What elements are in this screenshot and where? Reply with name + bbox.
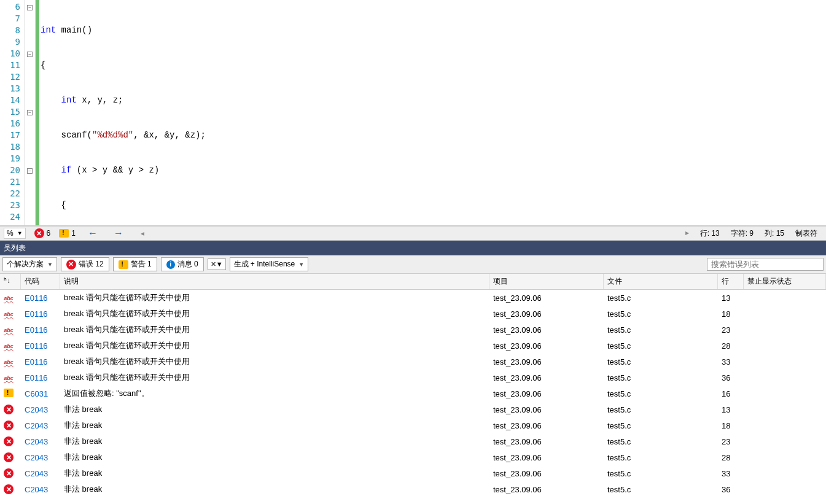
error-file: test5.c xyxy=(604,341,718,351)
intellisense-icon: abc xyxy=(4,373,14,383)
error-description: break 语句只能在循环或开关中使用 xyxy=(60,308,489,319)
status-errors[interactable]: ✕6 xyxy=(34,228,51,238)
error-row[interactable]: abcE0116break 语句只能在循环或开关中使用test_23.09.06… xyxy=(0,370,826,386)
nav-next-button[interactable]: → xyxy=(110,228,127,239)
warnings-filter-button[interactable]: 警告 1 xyxy=(113,257,157,271)
intellisense-icon: abc xyxy=(4,325,14,335)
status-warnings[interactable]: 1 xyxy=(59,229,76,238)
errors-filter-button[interactable]: ✕错误 12 xyxy=(61,257,109,271)
error-line: 13 xyxy=(718,405,744,414)
error-list[interactable]: abcE0116break 语句只能在循环或开关中使用test_23.09.06… xyxy=(0,290,826,504)
warning-icon xyxy=(119,260,128,269)
cursor-char: 字符: 9 xyxy=(731,228,754,239)
error-line: 36 xyxy=(718,485,744,494)
error-file: test5.c xyxy=(604,485,718,494)
error-row[interactable]: abcE0116break 语句只能在循环或开关中使用test_23.09.06… xyxy=(0,338,826,354)
error-icon: ✕ xyxy=(4,484,14,494)
zoom-dropdown[interactable]: %▼ xyxy=(4,228,26,239)
intellisense-icon: abc xyxy=(4,309,14,319)
col-icon[interactable]: ʰ↓ xyxy=(0,274,21,289)
solution-scope-dropdown[interactable]: 个解决方案▼ xyxy=(2,257,57,271)
error-icon: ✕ xyxy=(4,436,14,446)
error-code[interactable]: C2043 xyxy=(21,437,60,446)
error-code[interactable]: C2043 xyxy=(21,469,60,478)
error-line: 23 xyxy=(718,325,744,335)
error-row[interactable]: abcE0116break 语句只能在循环或开关中使用test_23.09.06… xyxy=(0,306,826,322)
code-area[interactable]: int main() { int x, y, z; scanf("%d%d%d"… xyxy=(39,0,826,225)
error-project: test_23.09.06 xyxy=(489,293,604,303)
error-row[interactable]: ✕C2043非法 breaktest_23.09.06test5.c18 xyxy=(0,417,826,433)
error-file: test5.c xyxy=(604,325,718,335)
error-project: test_23.09.06 xyxy=(489,341,604,351)
error-code[interactable]: C2043 xyxy=(21,421,60,430)
error-project: test_23.09.06 xyxy=(489,437,604,446)
error-code[interactable]: E0116 xyxy=(21,357,60,366)
error-file: test5.c xyxy=(604,309,718,319)
error-description: 非法 break xyxy=(60,452,489,463)
error-search-input[interactable] xyxy=(707,258,824,271)
error-row[interactable]: abcE0116break 语句只能在循环或开关中使用test_23.09.06… xyxy=(0,322,826,338)
info-icon: i xyxy=(166,260,175,269)
intellisense-icon: abc xyxy=(4,357,14,367)
error-description: 非法 break xyxy=(60,404,489,415)
error-row[interactable]: ✕C2043非法 breaktest_23.09.06test5.c33 xyxy=(0,465,826,481)
col-description[interactable]: 说明 xyxy=(60,274,489,289)
error-line: 33 xyxy=(718,469,744,478)
col-suppress-state[interactable]: 禁止显示状态 xyxy=(744,274,826,289)
warning-icon xyxy=(4,389,14,397)
error-code[interactable]: C2043 xyxy=(21,453,60,462)
error-icon: ✕ xyxy=(66,260,76,269)
error-line: 36 xyxy=(718,373,744,382)
error-code[interactable]: E0116 xyxy=(21,309,60,319)
error-row[interactable]: ✕C2043非法 breaktest_23.09.06test5.c13 xyxy=(0,401,826,417)
error-project: test_23.09.06 xyxy=(489,469,604,478)
error-code[interactable]: C2043 xyxy=(21,405,60,414)
error-project: test_23.09.06 xyxy=(489,389,604,398)
error-code[interactable]: E0116 xyxy=(21,325,60,335)
fold-gutter[interactable]: −−−− xyxy=(25,0,36,225)
error-row[interactable]: C6031返回值被忽略: "scanf"。test_23.09.06test5.… xyxy=(0,386,826,401)
error-description: break 语句只能在循环或开关中使用 xyxy=(60,372,489,383)
error-row[interactable]: abcE0116break 语句只能在循环或开关中使用test_23.09.06… xyxy=(0,354,826,370)
col-line[interactable]: 行 xyxy=(718,274,744,289)
build-intellisense-dropdown[interactable]: 生成 + IntelliSense▼ xyxy=(230,257,309,271)
error-code[interactable]: E0116 xyxy=(21,373,60,382)
error-icon: ✕ xyxy=(4,452,14,462)
error-icon: ✕ xyxy=(4,421,14,430)
col-project[interactable]: 项目 xyxy=(489,274,604,289)
error-code[interactable]: E0116 xyxy=(21,341,60,351)
error-row[interactable]: abcE0116break 语句只能在循环或开关中使用test_23.09.06… xyxy=(0,290,826,306)
error-code[interactable]: E0116 xyxy=(21,293,60,303)
error-list-panel-title: 吴列表 xyxy=(0,241,826,255)
error-description: 非法 break xyxy=(60,420,489,431)
error-line: 33 xyxy=(718,357,744,366)
col-code[interactable]: 代码 xyxy=(21,274,60,289)
nav-prev-button[interactable]: ← xyxy=(84,228,101,239)
error-file: test5.c xyxy=(604,405,718,414)
warning-icon xyxy=(59,229,69,238)
col-file[interactable]: 文件 xyxy=(604,274,718,289)
error-file: test5.c xyxy=(604,437,718,446)
clear-filter-button[interactable]: ✕▼ xyxy=(208,258,226,270)
intellisense-icon: abc xyxy=(4,293,14,303)
error-row[interactable]: ✕C2043非法 breaktest_23.09.06test5.c36 xyxy=(0,481,826,497)
messages-filter-button[interactable]: i消息 0 xyxy=(161,257,204,271)
scroll-right-icon[interactable]: ▸ xyxy=(685,228,689,239)
error-code[interactable]: C6031 xyxy=(21,389,60,398)
scroll-left-icon[interactable]: ◂ xyxy=(141,229,144,238)
error-row[interactable]: ✕C2043非法 breaktest_23.09.06test5.c28 xyxy=(0,449,826,465)
error-project: test_23.09.06 xyxy=(489,421,604,430)
error-project: test_23.09.06 xyxy=(489,309,604,319)
error-code[interactable]: C2043 xyxy=(21,485,60,494)
error-file: test5.c xyxy=(604,453,718,462)
error-list-header[interactable]: ʰ↓ 代码 说明 项目 文件 行 禁止显示状态 xyxy=(0,274,826,290)
error-project: test_23.09.06 xyxy=(489,485,604,494)
error-file: test5.c xyxy=(604,373,718,382)
code-editor[interactable]: 6789101112131415161718192021222324 −−−− … xyxy=(0,0,826,226)
error-line: 28 xyxy=(718,341,744,351)
error-row[interactable]: ✕C2043非法 breaktest_23.09.06test5.c23 xyxy=(0,433,826,449)
error-line: 16 xyxy=(718,389,744,398)
error-description: 返回值被忽略: "scanf"。 xyxy=(60,388,489,399)
filter-icon: ✕▼ xyxy=(211,260,223,268)
error-file: test5.c xyxy=(604,357,718,366)
